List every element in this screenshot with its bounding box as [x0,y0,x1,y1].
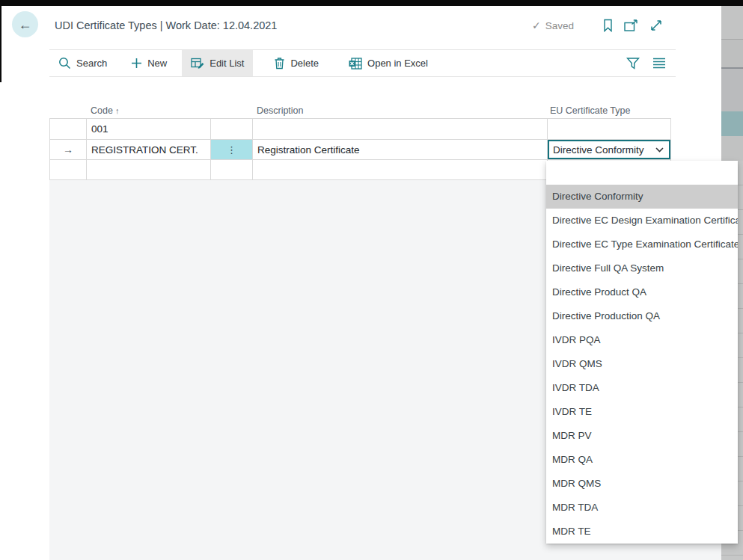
delete-label: Delete [290,58,319,69]
eu-certificate-type-dropdown: Directive ConformityDirective EC Design … [546,161,738,544]
row-options-cell[interactable] [211,160,253,180]
search-label: Search [76,58,107,69]
column-header-description[interactable]: Description [252,102,547,118]
search-button[interactable]: Search [49,50,116,76]
dropdown-option[interactable]: Directive Product QA [546,280,738,304]
strip-segment [721,67,743,111]
strip-segment [721,39,743,67]
dropdown-option[interactable]: Directive Full QA System [546,256,738,280]
open-in-excel-label: Open in Excel [367,58,428,69]
strip-segment [721,136,743,161]
row-marker-cell [50,160,87,180]
dropdown-option[interactable]: Directive EC Type Examination Certificat… [546,233,738,256]
dropdown-option[interactable] [546,161,738,185]
code-cell[interactable] [87,160,211,180]
dropdown-option[interactable]: MDR TDA [546,496,738,520]
dropdown-option[interactable]: IVDR QMS [546,352,738,376]
save-status: ✓ Saved [532,19,574,31]
new-button[interactable]: New [122,50,176,76]
dropdown-option[interactable]: MDR QA [546,448,738,472]
new-label: New [147,58,167,69]
excel-icon [349,58,362,70]
dropdown-option[interactable]: IVDR TDA [546,376,738,400]
app-window: ← UDI Certificate Types | Work Date: 12.… [0,0,743,560]
eu-type-cell[interactable] [548,119,671,140]
back-button[interactable]: ← [12,11,38,37]
plus-icon [131,58,142,69]
expand-icon[interactable] [649,19,663,32]
check-icon: ✓ [532,19,541,31]
strip-segment [721,6,743,39]
filter-icon[interactable] [626,57,640,70]
edit-list-button[interactable]: Edit List [182,50,253,76]
open-in-new-window-icon[interactable] [624,19,639,32]
dropdown-option[interactable]: IVDR PQA [546,328,738,352]
row-options-cell[interactable] [211,119,253,140]
back-arrow-icon: ← [19,18,32,31]
row-marker-cell [50,119,87,140]
row-options-cell-selected[interactable]: ⋮ [211,140,253,160]
description-cell[interactable] [253,160,548,180]
save-status-label: Saved [545,20,574,31]
chevron-down-icon [655,147,669,153]
eu-certificate-type-combobox[interactable]: Directive Conformity [548,140,670,159]
code-cell[interactable]: 001 [87,119,211,140]
action-bar: Search New Edit List Delete Open in Exce… [49,49,676,77]
right-arrow-icon: → [63,144,73,156]
vertical-ellipsis-icon: ⋮ [227,144,236,156]
table-header-row: Code ↑ Description EU Certificate Type [49,102,671,118]
top-black-bar [0,0,743,6]
combobox-value: Directive Conformity [549,144,655,156]
dropdown-option[interactable]: MDR QMS [546,472,738,496]
delete-button[interactable]: Delete [265,50,328,76]
edit-list-icon [191,57,204,70]
dropdown-option[interactable]: MDR PV [546,424,738,448]
page-title: UDI Certificate Types | Work Date: 12.04… [55,19,277,31]
dropdown-option[interactable]: Directive EC Design Examination Certific… [546,209,738,233]
open-in-excel-button[interactable]: Open in Excel [340,50,437,76]
description-cell[interactable]: Registration Certificate [253,140,548,160]
dropdown-option[interactable]: Directive Conformity [546,185,738,209]
dropdown-option[interactable]: IVDR TE [546,400,738,424]
search-icon [58,57,71,70]
active-row-marker: → [50,140,87,160]
column-header-eu-certificate-type[interactable]: EU Certificate Type [547,102,670,118]
description-cell[interactable] [253,119,548,140]
bookmark-icon[interactable] [602,19,614,32]
code-cell[interactable]: REGISTRATION CERT. [87,140,211,160]
dropdown-option[interactable]: MDR TE [546,520,738,544]
show-list-icon[interactable] [652,58,666,69]
dropdown-option[interactable]: Directive Production QA [546,304,738,328]
eu-type-cell: Directive Conformity [548,140,671,160]
strip-segment-teal [721,111,743,136]
sort-ascending-icon: ↑ [115,106,120,115]
edit-list-label: Edit List [210,58,244,69]
column-header-code[interactable]: Code ↑ [86,102,210,118]
trash-icon [274,57,285,70]
left-black-edge [0,0,1,82]
